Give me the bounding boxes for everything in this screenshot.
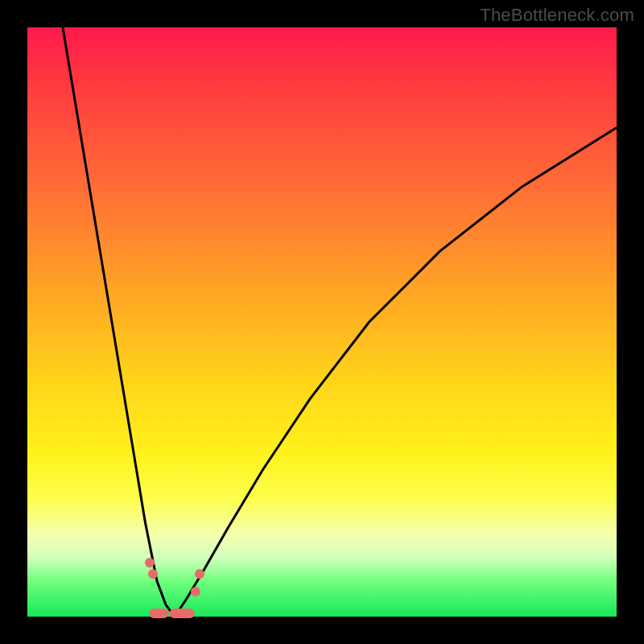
plot-area: [27, 27, 617, 617]
marker-dot: [191, 587, 200, 597]
chart-frame: TheBottleneck.com: [0, 0, 644, 644]
marker-dot: [145, 558, 155, 568]
watermark-label: TheBottleneck.com: [480, 5, 634, 26]
marker-pill: [169, 609, 194, 618]
marker-dot: [195, 569, 204, 579]
curve-right-path: [175, 127, 617, 617]
curve-svg: [27, 27, 617, 617]
marker-dot: [148, 569, 158, 579]
curve-left-path: [63, 27, 175, 617]
marker-pill: [150, 609, 168, 618]
